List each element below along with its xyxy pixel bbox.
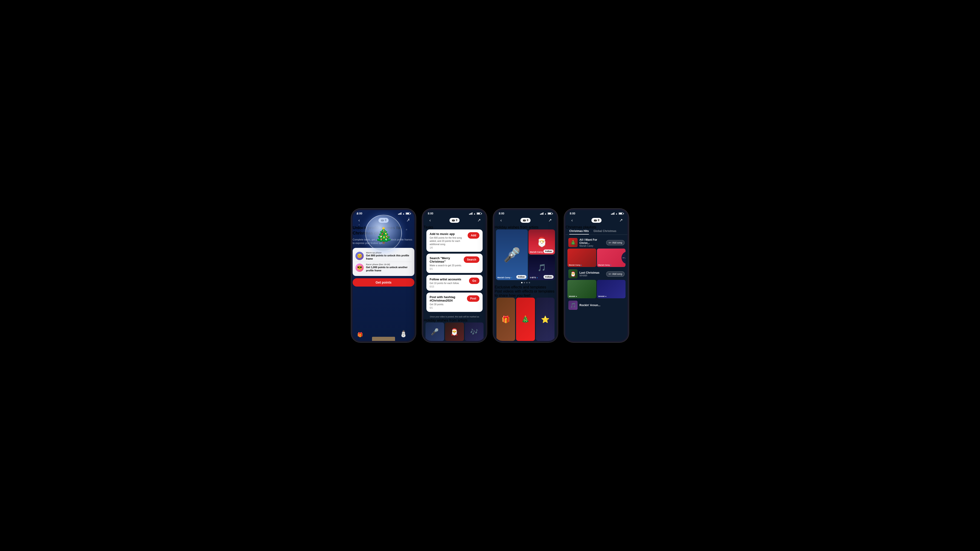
section2-title-3: Exclusive effects and templates <box>495 285 556 289</box>
artists-grid: 🎤 ▶ Mariah Carey ● Follow 🎅 ▶ Mariah Car… <box>495 229 556 280</box>
vid-artist-4: WHAM! ● <box>598 295 607 297</box>
add-song-icon-1: ≡+ <box>609 241 611 244</box>
dot-3 <box>526 282 528 283</box>
snow-globe: 🎄 <box>365 215 402 252</box>
back-button-1[interactable]: ‹ <box>356 217 362 224</box>
gift-deco: 🎁 <box>357 332 363 337</box>
status-bar-3: 8:00 ▲ <box>495 210 556 216</box>
task-btn-add[interactable]: Add <box>468 232 479 239</box>
snowman-deco: ⛄ <box>399 330 407 337</box>
section2-sub-3: Post videos with effects or templates to… <box>495 289 556 298</box>
phone-1: 8:00 ▲ ‹ 🎟 0 ↗ <box>351 209 416 342</box>
avatar-2: 😎 <box>355 264 364 272</box>
snowflake-deco: ❄ <box>358 224 360 226</box>
add-song-btn-1[interactable]: ≡+ Add song <box>606 240 625 245</box>
task-name-4: Post with hashtag #Christmas2024 <box>430 295 465 302</box>
status-icons-2: ▲ <box>469 213 481 215</box>
song-info-3: Rockin' Aroun... <box>579 303 625 307</box>
ticket-icon-2: 🎟 <box>452 219 455 222</box>
follow-btn-right-top[interactable]: Follow <box>544 249 554 253</box>
vid-cell-1: Mariah Carey ● <box>568 249 596 267</box>
song-artist-2: WHAM! <box>579 274 604 277</box>
vid-bg-c3: WHAM! ● <box>568 280 596 298</box>
task-phase-2: Racer phase (Dec 19-26) <box>366 263 412 265</box>
ticket-icon-3: 🎟 <box>523 219 526 222</box>
task-btn-search[interactable]: Search <box>464 256 479 263</box>
task-items-1: 😊 Warm-up phase Get 800 points to unlock… <box>353 248 414 276</box>
page-title-2: Tasks <box>424 225 485 229</box>
badge-count-2: 0 <box>456 219 458 222</box>
page-title-4: Christmas playlists <box>566 225 627 229</box>
page-title-3: Holiday wishes from artists <box>495 225 556 229</box>
task-note: Once your video is posted, this task wil… <box>426 314 483 318</box>
signal-bars-1 <box>398 213 401 215</box>
artists-videos-grid: Mariah Carey ● Mariah Carey ● ≡+ A <box>566 249 627 267</box>
tab-christmas-hits[interactable]: Christmas Hits <box>569 229 589 235</box>
artist-label-right-bot: V-BTS ● <box>530 276 538 279</box>
follow-btn-right-bot[interactable]: Follow <box>544 275 554 279</box>
status-bar-4: 8:00 ▲ <box>566 210 627 216</box>
song-thumb-3: 🎵 <box>568 301 578 310</box>
ticket-badge-3: 🎟 0 <box>520 218 531 223</box>
vid-artist-1: Mariah Carey <box>569 264 580 266</box>
task-desc-2: Get 1,000 points to unlock another profi… <box>366 265 412 272</box>
phones-container: 8:00 ▲ ‹ 🎟 0 ↗ <box>351 209 629 342</box>
badge-count-3: 0 <box>527 219 528 222</box>
task-card-1: Add to music app Get 800 points for the … <box>426 229 483 252</box>
dot-4 <box>529 282 530 283</box>
verified-icon-left: ● <box>511 277 512 279</box>
task-card-2: Search "Merry Christmas" Make a search t… <box>426 254 483 273</box>
globe-base <box>372 337 395 341</box>
vid-label-4: WHAM! ● <box>598 295 607 297</box>
time-4: 8:00 <box>570 212 575 215</box>
nav-bar-4: ‹ 🎟 0 ↗ <box>566 216 627 225</box>
avatar-emoji-2: 😎 <box>357 265 362 270</box>
task-card-3: Follow artist accounts Get 10 points for… <box>426 275 483 291</box>
dot-2 <box>523 282 525 283</box>
snowflake-deco: ❄ <box>406 229 407 231</box>
video-thumb-3: 🎶 <box>465 322 484 341</box>
play-button-right-top[interactable]: ▶ <box>539 239 545 245</box>
artist-name-right-bot: V-BTS <box>530 276 536 279</box>
share-button-3[interactable]: ↗ <box>547 217 553 224</box>
task-btn-post[interactable]: Post <box>467 295 479 302</box>
wifi-icon-4: ▲ <box>616 213 618 215</box>
signal-bars-2 <box>469 213 473 215</box>
share-button-4[interactable]: ↗ <box>618 217 624 224</box>
back-button-3[interactable]: ‹ <box>498 217 504 224</box>
share-button-2[interactable]: ↗ <box>476 217 482 224</box>
task-progress-4: 0/1 <box>430 306 465 309</box>
back-button-4[interactable]: ‹ <box>569 217 575 224</box>
wifi-icon-1: ▲ <box>402 213 405 215</box>
vid-bg-c1: Mariah Carey ● <box>568 249 596 267</box>
wifi-icon-2: ▲ <box>473 213 476 215</box>
song-name-3: Rockin' Aroun... <box>579 303 625 307</box>
artist-right-col: 🎅 ▶ Mariah Carey ● Follow 🎵 V-BTS ● <box>528 229 555 280</box>
add-song-label-1: Add song <box>612 241 622 244</box>
task-item-1: 😊 Warm-up phase Get 800 points to unlock… <box>355 250 412 262</box>
task-card-desc-2: Make a search to get 20 points. <box>430 264 462 267</box>
get-points-button[interactable]: Get points <box>353 278 414 287</box>
snowflake-deco: ❄ <box>356 213 358 216</box>
vid-cell-4: WHAM! ● <box>597 280 626 298</box>
verified-right-bot: ● <box>537 277 538 279</box>
add-song-btn-2[interactable]: ≡+ Add song <box>606 272 625 277</box>
signal-bars-4 <box>611 213 614 215</box>
song-info-2: Last Christmas WHAM! <box>579 271 604 277</box>
vid-bg-c4: WHAM! ● <box>597 280 626 298</box>
play-button-left[interactable]: ▶ <box>509 252 515 258</box>
task-card-4: Post with hashtag #Christmas2024 Get 30 … <box>426 292 483 312</box>
tab-global-christmas[interactable]: Global Christmas <box>593 229 616 235</box>
task-name-3: Follow artist accounts <box>430 278 467 281</box>
battery-3 <box>547 213 552 215</box>
task-btn-go[interactable]: Go <box>469 278 479 284</box>
snowflake-deco: ❄ <box>408 217 410 219</box>
effect-thumb-3: ⭐ <box>536 298 555 341</box>
effect-thumb-1: 🎁 <box>496 298 515 341</box>
back-button-2[interactable]: ‹ <box>427 217 433 224</box>
vid-bg-c2: Mariah Carey ● <box>597 249 626 267</box>
follow-btn-left[interactable]: Follow <box>516 275 527 279</box>
vid-label-3: WHAM! ● <box>569 295 577 297</box>
ticket-icon-4: 🎟 <box>594 219 597 222</box>
phone-3: 8:00 ▲ ‹ 🎟 0 ↗ <box>493 209 558 342</box>
